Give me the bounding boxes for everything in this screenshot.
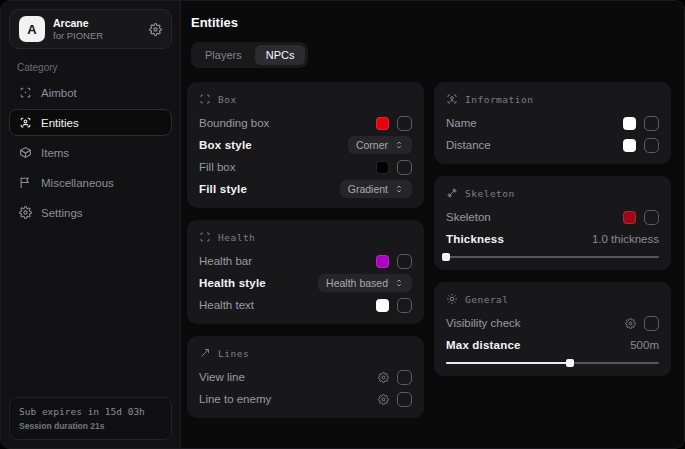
color-swatch[interactable] xyxy=(623,117,636,130)
gear-icon[interactable] xyxy=(625,318,636,329)
setting-row: Name xyxy=(446,112,659,134)
sidebar-item-label: Aimbot xyxy=(41,87,77,99)
checkbox[interactable] xyxy=(397,370,412,385)
row-label: Fill box xyxy=(199,161,235,173)
checkbox[interactable] xyxy=(644,210,659,225)
tab-bar: Players NPCs xyxy=(191,42,308,68)
card-header: Skeleton xyxy=(446,184,659,202)
color-swatch[interactable] xyxy=(376,117,389,130)
gear-icon xyxy=(19,206,32,219)
setting-row: Thickness 1.0 thickness xyxy=(446,228,659,250)
tab-players[interactable]: Players xyxy=(194,45,253,65)
card-health: Health Health bar Health style Health ba… xyxy=(187,220,424,324)
card-lines: Lines View line Line to enemy xyxy=(187,336,424,418)
setting-row: Health text xyxy=(199,294,412,316)
tab-npcs[interactable]: NPCs xyxy=(255,45,306,65)
sidebar-item-items[interactable]: Items xyxy=(9,139,172,166)
sidebar-item-label: Settings xyxy=(41,207,83,219)
max-distance-slider[interactable] xyxy=(446,358,659,368)
checkbox[interactable] xyxy=(644,116,659,131)
color-swatch[interactable] xyxy=(376,299,389,312)
brand-name: Arcane xyxy=(53,17,103,30)
checkbox[interactable] xyxy=(644,138,659,153)
dropdown-value: Health based xyxy=(326,277,388,289)
color-swatch[interactable] xyxy=(623,211,636,224)
thickness-slider[interactable] xyxy=(446,252,659,262)
card-title: Health xyxy=(218,232,255,243)
row-label: Box style xyxy=(199,139,252,151)
row-label: Health bar xyxy=(199,255,252,267)
category-label: Category xyxy=(17,62,164,73)
row-label: Skeleton xyxy=(446,211,491,223)
gear-icon[interactable] xyxy=(378,372,389,383)
color-swatch[interactable] xyxy=(376,161,389,174)
sidebar-item-entities[interactable]: Entities xyxy=(9,109,172,136)
sidebar-item-aimbot[interactable]: Aimbot xyxy=(9,79,172,106)
brand-text: Arcane for PIONER xyxy=(53,17,103,41)
card-header: Health xyxy=(199,228,412,246)
chevrons-up-down-icon xyxy=(394,184,404,194)
flag-icon xyxy=(19,176,32,189)
package-icon xyxy=(19,146,32,159)
crosshair-icon xyxy=(19,86,32,99)
color-swatch[interactable] xyxy=(376,255,389,268)
main-panel: Entities Players NPCs Box Bounding box xyxy=(181,1,684,448)
card-title: Information xyxy=(465,94,533,105)
checkbox[interactable] xyxy=(397,298,412,313)
subscription-info: Sub expires in 15d 03h Session duration … xyxy=(9,397,172,440)
chevrons-up-down-icon xyxy=(394,278,404,288)
sidebar-item-label: Miscellaneous xyxy=(41,177,114,189)
card-header: Lines xyxy=(199,344,412,362)
checkbox[interactable] xyxy=(397,254,412,269)
sidebar-item-settings[interactable]: Settings xyxy=(9,199,172,226)
page-title: Entities xyxy=(191,15,671,30)
slider-fill xyxy=(446,362,570,364)
row-label: Line to enemy xyxy=(199,393,271,405)
color-swatch[interactable] xyxy=(623,139,636,152)
checkbox[interactable] xyxy=(644,316,659,331)
gear-icon[interactable] xyxy=(149,23,162,36)
row-label: Health style xyxy=(199,277,266,289)
card-header: Information xyxy=(446,90,659,108)
sidebar: A Arcane for PIONER Category Aimbot Enti… xyxy=(1,1,181,448)
card-title: Box xyxy=(218,94,237,105)
fill-style-dropdown[interactable]: Gradient xyxy=(340,180,412,198)
card-information: Information Name Distance xyxy=(434,82,671,164)
checkbox[interactable] xyxy=(397,116,412,131)
brand-card: A Arcane for PIONER xyxy=(9,9,172,49)
checkbox[interactable] xyxy=(397,160,412,175)
card-title: General xyxy=(465,294,509,305)
slider-thumb[interactable] xyxy=(566,359,574,367)
row-label: Distance xyxy=(446,139,491,151)
dropdown-value: Corner xyxy=(356,139,388,151)
setting-row: Distance xyxy=(446,134,659,156)
card-header: Box xyxy=(199,90,412,108)
row-label: Name xyxy=(446,117,477,129)
card-title: Lines xyxy=(218,348,249,359)
card-box: Box Bounding box Box style Corner xyxy=(187,82,424,208)
slider-thumb[interactable] xyxy=(442,253,450,261)
session-duration-text: Session duration 21s xyxy=(19,421,162,431)
slider-track[interactable] xyxy=(446,362,659,364)
row-label: View line xyxy=(199,371,245,383)
sidebar-item-label: Items xyxy=(41,147,69,159)
setting-row: Health bar xyxy=(199,250,412,272)
checkbox[interactable] xyxy=(397,392,412,407)
corners-icon xyxy=(199,93,211,105)
sun-icon xyxy=(446,293,458,305)
right-column: Information Name Distance xyxy=(434,82,671,418)
slider-value: 500m xyxy=(630,339,659,351)
setting-row: Max distance 500m xyxy=(446,334,659,356)
corners-icon xyxy=(199,231,211,243)
card-general: General Visibility check Max distance 50… xyxy=(434,282,671,376)
health-style-dropdown[interactable]: Health based xyxy=(318,274,412,292)
cards-grid: Box Bounding box Box style Corner xyxy=(187,82,671,418)
setting-row: Bounding box xyxy=(199,112,412,134)
setting-row: Fill box xyxy=(199,156,412,178)
gear-icon[interactable] xyxy=(378,394,389,405)
diagonal-line-icon xyxy=(199,347,211,359)
brand-logo: A xyxy=(19,16,45,42)
slider-track[interactable] xyxy=(446,256,659,258)
sidebar-item-miscellaneous[interactable]: Miscellaneous xyxy=(9,169,172,196)
box-style-dropdown[interactable]: Corner xyxy=(348,136,412,154)
